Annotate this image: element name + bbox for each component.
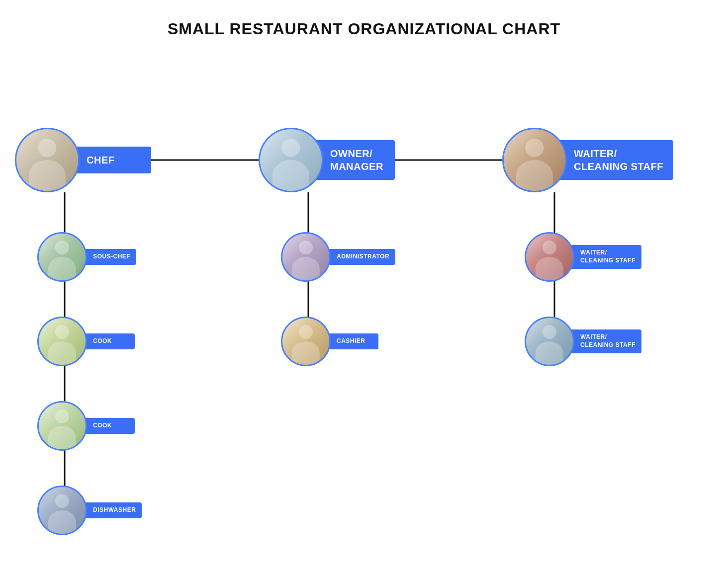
waiter-top-label: WAITER/ CLEANING STAFF xyxy=(549,140,673,180)
admin-photo xyxy=(281,232,331,282)
node-cook1: COOK xyxy=(37,317,135,366)
waiter2-photo xyxy=(525,232,574,282)
node-chef: CHEF xyxy=(15,128,151,192)
node-cashier: CASHIER xyxy=(281,317,378,366)
node-waiter2: WAITER/ CLEANING STAFF xyxy=(525,232,641,282)
node-waiter-top: WAITER/ CLEANING STAFF xyxy=(502,128,673,192)
node-cook2: COOK xyxy=(37,401,135,451)
chef-photo xyxy=(15,128,80,192)
cashier-photo xyxy=(281,317,331,366)
node-admin: ADMINISTRATOR xyxy=(281,232,395,282)
org-chart: CHEF OWNER/ MANAGER WAITER/ CLEANING STA… xyxy=(0,53,728,540)
cook2-photo xyxy=(37,401,87,451)
node-souschef: SOUS-CHEF xyxy=(37,232,136,282)
souschef-photo xyxy=(37,232,87,282)
waiter-top-photo xyxy=(502,128,567,192)
cook1-photo xyxy=(37,317,87,366)
connector-lines xyxy=(0,53,728,540)
dishwasher-photo xyxy=(37,486,87,535)
node-owner: OWNER/ MANAGER xyxy=(259,128,395,192)
owner-photo xyxy=(259,128,323,192)
page-title: SMALL RESTAURANT ORGANIZATIONAL CHART xyxy=(0,0,728,53)
node-dishwasher: DISHWASHER xyxy=(37,486,142,535)
node-waiter3: WAITER/ CLEANING STAFF xyxy=(525,317,641,366)
waiter3-photo xyxy=(525,317,574,366)
